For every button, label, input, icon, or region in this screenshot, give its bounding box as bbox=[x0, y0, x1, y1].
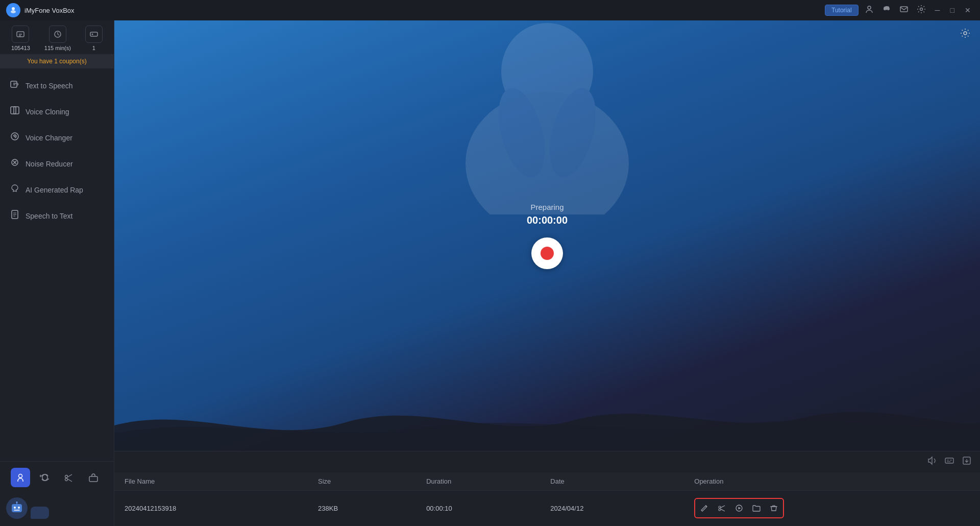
file-table: File Name Size Duration Date Operation 2… bbox=[114, 472, 980, 526]
content-area: Preparing 00:00:00 bbox=[114, 20, 980, 526]
characters-value: 105413 bbox=[11, 45, 30, 51]
file-date-cell: 2024/04/12 bbox=[540, 491, 684, 526]
coupons-value: 1 bbox=[92, 45, 95, 51]
account-icon[interactable] bbox=[863, 3, 876, 18]
app-title: iMyFone VoxBox bbox=[24, 7, 825, 14]
coupon-bar[interactable]: You have 1 coupon(s) bbox=[0, 55, 114, 68]
svg-rect-3 bbox=[900, 7, 908, 12]
chatbot-area bbox=[0, 493, 114, 526]
svg-point-8 bbox=[91, 34, 93, 35]
file-duration-cell: 00:00:10 bbox=[416, 491, 540, 526]
sidebar-item-text-to-speech-label: Text to Speech bbox=[26, 82, 73, 90]
file-size-cell: 238KB bbox=[308, 491, 416, 526]
sidebar-item-speech-to-text-label: Speech to Text bbox=[26, 212, 72, 220]
caption-toolbar-icon[interactable] bbox=[944, 456, 954, 468]
op-folder-button[interactable] bbox=[749, 500, 764, 516]
col-operation: Operation bbox=[684, 472, 980, 491]
sidebar-item-noise-reducer-label: Noise Reducer bbox=[26, 160, 73, 168]
coupons-icon bbox=[85, 26, 103, 43]
svg-point-28 bbox=[541, 83, 604, 183]
titlebar: iMyFone VoxBox Tutorial ─ □ ✕ bbox=[0, 0, 980, 20]
col-duration: Duration bbox=[416, 472, 540, 491]
voice-cloning-icon bbox=[9, 105, 20, 118]
sidebar-item-text-to-speech[interactable]: Text to Speech bbox=[0, 73, 114, 99]
wave-visualization bbox=[114, 395, 980, 451]
record-dot bbox=[541, 247, 554, 260]
svg-point-21 bbox=[14, 507, 16, 509]
sidebar-item-speech-to-text[interactable]: Speech to Text bbox=[0, 203, 114, 229]
toolbox-button[interactable] bbox=[84, 468, 103, 487]
minutes-icon bbox=[49, 26, 66, 43]
titlebar-controls: Tutorial ─ □ ✕ bbox=[825, 3, 974, 18]
characters-icon bbox=[12, 26, 29, 43]
sidebar: 105413 115 min(s) 1 You have 1 coupon(s) bbox=[0, 20, 114, 526]
stat-minutes: 115 min(s) bbox=[44, 26, 71, 51]
op-highlight-box bbox=[694, 498, 784, 518]
file-list-area: File Name Size Duration Date Operation 2… bbox=[114, 451, 980, 526]
svg-point-23 bbox=[16, 501, 18, 503]
svg-point-13 bbox=[14, 136, 16, 137]
record-button[interactable] bbox=[531, 237, 563, 269]
svg-point-25 bbox=[501, 23, 593, 120]
tutorial-button[interactable]: Tutorial bbox=[825, 5, 859, 16]
svg-rect-7 bbox=[90, 32, 97, 36]
sidebar-item-voice-changer-label: Voice Changer bbox=[26, 134, 72, 142]
svg-point-17 bbox=[65, 475, 68, 478]
col-filename: File Name bbox=[114, 472, 308, 491]
svg-point-32 bbox=[719, 509, 721, 511]
op-edit-button[interactable] bbox=[697, 500, 712, 516]
col-date: Date bbox=[540, 472, 684, 491]
sidebar-stats: 105413 115 min(s) 1 bbox=[0, 20, 114, 55]
svg-rect-19 bbox=[89, 476, 97, 482]
speech-to-text-icon bbox=[9, 209, 20, 222]
svg-rect-29 bbox=[945, 458, 953, 463]
minimize-button[interactable]: ─ bbox=[932, 4, 943, 16]
chatbot-avatar bbox=[6, 497, 28, 519]
record-settings-icon[interactable] bbox=[960, 28, 971, 41]
svg-point-24 bbox=[964, 32, 967, 35]
recording-visualization: Preparing 00:00:00 bbox=[114, 20, 980, 451]
op-play-button[interactable] bbox=[731, 500, 747, 516]
settings-icon[interactable] bbox=[915, 3, 928, 18]
recorder-status: Preparing bbox=[530, 203, 564, 211]
op-scissors-button[interactable] bbox=[714, 500, 729, 516]
col-size: Size bbox=[308, 472, 416, 491]
svg-rect-9 bbox=[11, 81, 17, 87]
record-mode-button[interactable] bbox=[11, 468, 30, 487]
close-button[interactable]: ✕ bbox=[962, 4, 974, 16]
volume-toolbar-icon[interactable] bbox=[927, 456, 937, 468]
op-delete-button[interactable] bbox=[766, 500, 781, 516]
svg-point-1 bbox=[11, 10, 16, 13]
app-logo bbox=[6, 3, 20, 17]
stat-coupons: 1 bbox=[85, 26, 103, 51]
text-to-speech-icon bbox=[9, 79, 20, 92]
svg-point-2 bbox=[868, 6, 871, 9]
discord-icon[interactable] bbox=[880, 3, 893, 18]
svg-point-0 bbox=[12, 7, 15, 10]
file-name-cell: 20240412153918 bbox=[114, 491, 308, 526]
svg-rect-10 bbox=[11, 107, 16, 114]
svg-point-26 bbox=[465, 92, 629, 214]
noise-reducer-icon bbox=[9, 157, 20, 170]
file-operation-cell bbox=[684, 491, 980, 526]
sidebar-item-voice-cloning[interactable]: Voice Cloning bbox=[0, 99, 114, 125]
sidebar-item-ai-rap-label: AI Generated Rap bbox=[26, 186, 83, 194]
svg-point-18 bbox=[65, 479, 68, 481]
maximize-button[interactable]: □ bbox=[947, 4, 958, 16]
svg-rect-20 bbox=[12, 504, 22, 512]
scissors-button[interactable] bbox=[59, 468, 79, 487]
svg-point-16 bbox=[18, 474, 22, 478]
sidebar-item-ai-rap[interactable]: AI Generated Rap bbox=[0, 177, 114, 203]
recorder-timer: 00:00:00 bbox=[527, 214, 568, 226]
operation-buttons bbox=[694, 498, 970, 518]
loop-button[interactable] bbox=[35, 468, 55, 487]
file-list-toolbar bbox=[114, 451, 980, 472]
ai-rap-icon bbox=[9, 183, 20, 196]
minutes-value: 115 min(s) bbox=[44, 45, 71, 51]
mail-icon[interactable] bbox=[897, 3, 911, 18]
svg-point-27 bbox=[490, 83, 553, 183]
export-toolbar-icon[interactable] bbox=[962, 456, 972, 468]
sidebar-item-noise-reducer[interactable]: Noise Reducer bbox=[0, 151, 114, 177]
main-layout: 105413 115 min(s) 1 You have 1 coupon(s) bbox=[0, 20, 980, 526]
sidebar-item-voice-changer[interactable]: Voice Changer bbox=[0, 125, 114, 151]
